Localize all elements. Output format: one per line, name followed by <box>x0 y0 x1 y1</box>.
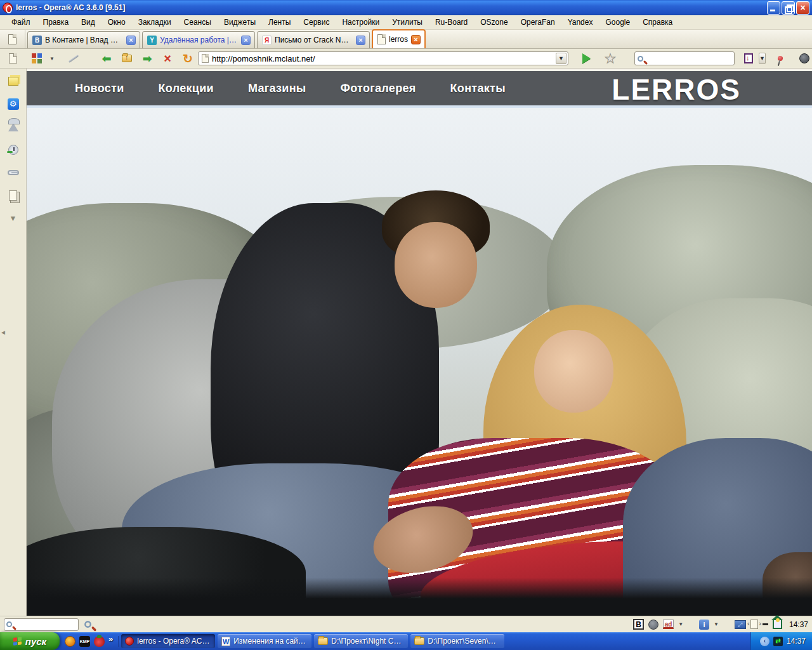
back-button[interactable]: ⬅ <box>99 51 114 66</box>
status-clock: 14:37 <box>789 620 808 629</box>
menu-help[interactable]: Справка <box>636 16 679 29</box>
menu-ruboard[interactable]: Ru-Board <box>429 16 474 29</box>
tab-close-icon[interactable]: × <box>411 35 421 44</box>
notes-panel-button[interactable] <box>6 74 21 89</box>
pin-icon <box>777 55 783 62</box>
tray-collapse-chevron[interactable]: ‹ <box>760 637 769 646</box>
sessions-grid-button[interactable] <box>29 51 44 66</box>
status-search-input[interactable] <box>14 620 76 629</box>
menu-window[interactable]: Окно <box>102 16 132 29</box>
taskbar-button-word-doc[interactable]: W Изменения на сайте ... <box>218 634 311 648</box>
tab-bar: B В Контакте | Влад Жарин × Y Удалённая … <box>0 30 812 49</box>
grid-dropdown-button[interactable]: ▼ <box>44 51 60 66</box>
menu-google[interactable]: Google <box>599 16 636 29</box>
adblock-dropdown[interactable]: ▼ <box>678 618 683 631</box>
reload-button[interactable]: ↻ <box>180 51 195 66</box>
globe-button[interactable] <box>648 618 658 631</box>
nav-link-stores[interactable]: Магазины <box>248 82 306 95</box>
nav-link-collections[interactable]: Колекции <box>159 82 214 95</box>
up-button[interactable] <box>119 51 134 66</box>
quick-launch-dap-icon[interactable] <box>65 636 75 647</box>
photo-man-face <box>395 222 477 308</box>
start-button[interactable]: пуск <box>0 632 60 650</box>
title-bar[interactable]: lerros - Opera® AC 3.6.0 [9.51] × <box>0 0 812 15</box>
search-panel-button[interactable] <box>6 119 21 135</box>
new-tab-button[interactable] <box>0 30 25 48</box>
search-bar[interactable]: ▼ <box>634 51 735 65</box>
menu-sessions[interactable]: Сеансы <box>178 16 218 29</box>
zoom-out-button[interactable] <box>763 618 768 631</box>
go-icon <box>582 53 591 63</box>
menu-settings[interactable]: Настройки <box>336 16 386 29</box>
reload-icon: ↻ <box>183 51 193 66</box>
history-panel-button[interactable] <box>6 142 21 157</box>
menu-oszone[interactable]: OSzone <box>474 16 514 29</box>
bold-toggle-button[interactable]: B <box>633 618 644 631</box>
menu-widgets[interactable]: Виджеты <box>218 16 262 29</box>
user-mode-button[interactable]: i <box>699 618 709 631</box>
menu-feeds[interactable]: Ленты <box>262 16 297 29</box>
adblock-button[interactable]: ad <box>663 618 674 631</box>
edit-button[interactable] <box>66 51 81 66</box>
quick-launch-strawberry-icon[interactable] <box>94 636 105 647</box>
menu-operafan[interactable]: OperaFan <box>514 16 561 29</box>
home-page-button[interactable] <box>5 51 20 66</box>
tab-close-icon[interactable]: × <box>126 36 136 45</box>
page-favicon-icon <box>377 34 386 44</box>
menu-file[interactable]: Файл <box>5 16 37 29</box>
network-tray-icon[interactable]: ⇄ <box>773 637 783 646</box>
menu-yandex[interactable]: Yandex <box>561 16 599 29</box>
menu-tools[interactable]: Сервис <box>297 16 336 29</box>
tab-close-icon[interactable]: × <box>241 36 251 45</box>
identify-button[interactable] <box>797 51 812 66</box>
panel-more-button[interactable]: ▼ <box>6 211 21 226</box>
menu-utilities[interactable]: Утилиты <box>386 16 429 29</box>
find-button[interactable] <box>85 618 91 631</box>
search-dropdown-button[interactable]: ▼ <box>759 53 766 64</box>
panels-toggle-button[interactable] <box>741 51 756 66</box>
tab-mail[interactable]: Я Письмо от Crack Never... × <box>257 31 370 48</box>
quick-launch-kmplayer-icon[interactable]: KMP <box>79 636 90 647</box>
home-page-icon <box>9 53 17 63</box>
go-button[interactable] <box>579 51 594 66</box>
address-dropdown-button[interactable]: ▼ <box>556 53 566 64</box>
taskbar-button-opera[interactable]: lerros - Opera® AC 3... <box>121 634 215 648</box>
links-panel-button[interactable] <box>6 165 21 180</box>
tab-vkontakte[interactable]: B В Контакте | Влад Жарин × <box>27 31 140 48</box>
panel-collapse-handle[interactable]: ◄ <box>0 325 4 339</box>
nav-link-contacts[interactable]: Контакты <box>450 82 506 95</box>
search-input[interactable] <box>645 54 757 63</box>
forward-button[interactable]: ➡ <box>140 51 155 66</box>
windows-panel-button[interactable] <box>6 188 21 203</box>
side-panel-toolbar: ⚙ ▼ <box>0 69 27 616</box>
menu-view[interactable]: Вид <box>75 16 102 29</box>
tab-lerros-active[interactable]: lerros × <box>372 29 426 48</box>
taskbar-button-folder-seven[interactable]: D:\Проект\Seven\По... <box>410 634 504 648</box>
info-icon: i <box>699 620 709 630</box>
nav-link-photogallery[interactable]: Фотогалерея <box>341 82 416 95</box>
menu-bookmarks[interactable]: Закладки <box>132 16 178 29</box>
photo-woman-face <box>534 330 613 413</box>
b-icon: B <box>633 619 644 630</box>
address-bar[interactable]: ▼ <box>198 51 568 65</box>
taskbar-button-folder-night[interactable]: D:\Проект\Night Che... <box>314 634 408 648</box>
page-navigation-button[interactable] <box>750 618 758 631</box>
chevron-down-icon: ▼ <box>678 621 683 627</box>
bookmark-button[interactable]: ★ <box>603 51 618 66</box>
restore-button[interactable] <box>782 1 795 15</box>
fit-to-window-button[interactable]: ⤢ <box>735 618 746 631</box>
tab-close-icon[interactable]: × <box>356 36 365 45</box>
address-input[interactable] <box>212 54 556 63</box>
status-search-bar[interactable] <box>4 618 79 631</box>
quick-launch-overflow-chevron[interactable]: » <box>108 634 113 644</box>
tab-remote-work[interactable]: Y Удалённая работа | Па... × <box>142 31 255 48</box>
minimize-button[interactable] <box>767 1 780 15</box>
user-mode-dropdown[interactable]: ▼ <box>714 618 719 631</box>
menu-edit[interactable]: Правка <box>37 16 75 29</box>
stop-button[interactable]: × <box>160 51 175 66</box>
home-button[interactable] <box>773 618 782 631</box>
nav-link-news[interactable]: Новости <box>75 82 124 95</box>
pin-button[interactable] <box>773 51 788 66</box>
close-button[interactable]: × <box>796 1 809 15</box>
widgets-panel-button[interactable]: ⚙ <box>6 96 21 112</box>
